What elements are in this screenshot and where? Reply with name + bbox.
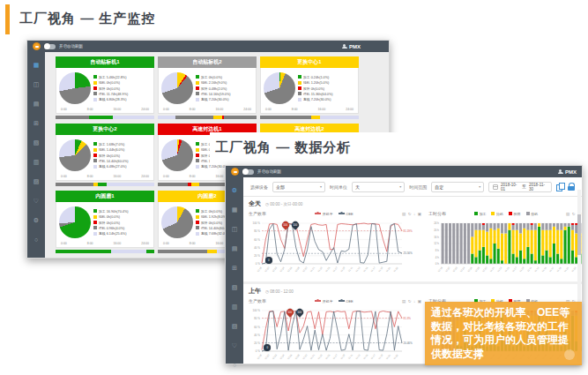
chart-legend: 开机率OEE — [270, 212, 398, 216]
svg-text:11-15: 11-15 — [541, 266, 548, 273]
app-logo-icon — [231, 168, 239, 176]
filter-bar: 选择设备全部▾时间单位天▾时间范围自定▾2018-10-01至2018-11-3… — [243, 177, 582, 197]
plan-icon[interactable]: ▥ — [33, 153, 40, 172]
state-pie-chart — [264, 72, 295, 104]
machine-status-header: 内圆磨1 — [56, 191, 154, 202]
state-pie-chart — [161, 72, 193, 104]
table-view-icon[interactable]: ▤ — [566, 212, 569, 216]
about-icon[interactable]: ○ — [34, 230, 38, 250]
settings-icon[interactable]: ⚙ — [33, 211, 39, 230]
time-axis: 0:008:0016:0024:00 — [59, 106, 151, 113]
time-tick: 24:00 — [346, 108, 354, 111]
svg-text:11-23: 11-23 — [570, 266, 577, 273]
refresh-icon[interactable]: ↻ — [408, 212, 412, 216]
filter-label: 时间范围 — [409, 184, 427, 190]
favorite-icon[interactable]: ♡ — [33, 191, 39, 211]
time-tick: 0:00 — [163, 175, 169, 178]
refresh-icon[interactable]: ↻ — [408, 299, 412, 304]
legend-text: 加工 0h(0.0%) — [201, 209, 222, 214]
legend-item: 停机 — [526, 212, 539, 216]
svg-text:11-03: 11-03 — [496, 266, 503, 273]
time-tick: 8:00 — [190, 175, 196, 178]
legend-item: 故障 — [509, 212, 521, 216]
slide-title-production: 工厂视角 — 生产监控 — [19, 11, 155, 27]
report-icon[interactable]: ▤ — [33, 94, 40, 114]
svg-text:10-20: 10-20 — [264, 266, 271, 273]
legend-label: 停机 — [531, 212, 538, 216]
svg-text:10-24: 10-24 — [279, 353, 286, 360]
user-name: PMX — [565, 169, 577, 175]
legend-text: 待机 1.20h(5.0%) — [303, 80, 329, 85]
legend-chip — [196, 226, 199, 229]
time-tick: 8:00 — [87, 108, 93, 111]
auto-refresh-toggle[interactable] — [242, 169, 254, 175]
legend-label: 开机率 — [323, 212, 333, 216]
favorite-icon[interactable]: ♡ — [232, 336, 237, 356]
export-icon[interactable] — [556, 183, 563, 191]
state-legend: 加工 1.68h(7.0%)待机 1.44h(6.0%)故障 0h(0.0%)停… — [93, 142, 151, 169]
device-icon[interactable]: ▧ — [232, 278, 238, 297]
refresh-icon[interactable]: ↻ — [572, 212, 576, 216]
user-menu[interactable]: PMX — [558, 169, 577, 175]
legend-text: 待机 2.16h(9.0%) — [201, 80, 227, 85]
legend-item: 故障 0h(0.0%) — [298, 86, 355, 91]
svg-text:10-24: 10-24 — [459, 266, 466, 273]
svg-text:11-19: 11-19 — [377, 266, 384, 273]
legend-chip — [196, 92, 199, 95]
line-chart: 生产效率开机率OEE▤↻↓▣100 %80 %60 %40 %20 %0 %10… — [249, 296, 421, 364]
report-icon[interactable]: ▤ — [232, 239, 238, 259]
files-icon[interactable]: ▨ — [232, 317, 238, 336]
svg-text:0 %: 0 % — [256, 262, 261, 266]
fullscreen-icon[interactable]: ▣ — [418, 212, 421, 216]
select-value: 天 — [355, 184, 360, 190]
plan-icon[interactable]: ▥ — [232, 297, 238, 317]
legend-chip — [298, 92, 301, 95]
svg-text:11-17: 11-17 — [369, 353, 376, 360]
table-view-icon[interactable]: ▤ — [402, 212, 406, 216]
download-icon[interactable]: ↓ — [413, 212, 415, 216]
about-icon[interactable]: ○ — [233, 356, 236, 375]
section-time-range: ◷ 08:00 - 12:00 — [265, 289, 294, 294]
dashboard-icon[interactable]: ▦ — [33, 56, 40, 75]
bar-chart: 工时分布加工待机故障停机▤↻↓▣24 h20 h16 h12 h8 h4 h0 … — [428, 209, 582, 280]
legend-text: 离线 6.80h(28.3%) — [99, 97, 126, 101]
filter-select-0[interactable]: 全部▾ — [272, 182, 325, 192]
chart-legend: 开机率OEE — [270, 299, 398, 304]
files-icon[interactable]: ▨ — [33, 172, 40, 191]
svg-text:10-26: 10-26 — [287, 266, 294, 273]
filter-select-1[interactable]: 天▾ — [352, 182, 405, 192]
time-tick: 8:00 — [87, 242, 93, 245]
svg-text:11-13: 11-13 — [354, 266, 361, 273]
table-view-icon[interactable]: ▤ — [402, 299, 406, 304]
time-tick: 24:00 — [243, 108, 251, 111]
download-icon[interactable]: ↓ — [413, 299, 415, 304]
time-tick: 0:00 — [61, 175, 67, 178]
dashboard-icon[interactable]: ▦ — [232, 200, 238, 220]
svg-text:11-23: 11-23 — [392, 353, 399, 360]
legend-chip — [196, 215, 199, 219]
legend-chip — [196, 148, 199, 152]
legend-text: 停机 11.74h(48.9%) — [99, 92, 128, 96]
lock-icon[interactable] — [568, 183, 575, 191]
svg-text:10-26: 10-26 — [466, 266, 473, 273]
device-icon[interactable]: ▧ — [33, 133, 40, 153]
time-tick: 8:00 — [190, 242, 196, 245]
user-menu[interactable]: PMX — [342, 44, 361, 49]
analysis-icon[interactable]: ⊞ — [33, 114, 39, 133]
auto-refresh-toggle[interactable] — [44, 44, 56, 49]
fullscreen-icon[interactable]: ▣ — [418, 299, 421, 304]
legend-chip — [93, 221, 97, 224]
legend-item: 停机 15.36h(64.0%) — [298, 92, 355, 96]
legend-text: 加工 5.46h(22.8%) — [99, 75, 126, 79]
svg-text:10-22: 10-22 — [272, 353, 279, 360]
date-range-input[interactable]: 2018-10-01至2018-11-30 — [488, 182, 552, 192]
monitor-icon[interactable]: ◫ — [33, 75, 40, 94]
analysis-icon[interactable]: ⊞ — [232, 259, 237, 278]
time-tick: 16:00 — [216, 242, 224, 245]
time-tick: 0:00 — [61, 108, 67, 111]
svg-text:20 h: 20 h — [434, 229, 439, 232]
scrollbar-thumb[interactable] — [577, 214, 581, 255]
filter-select-2[interactable]: 自定▾ — [431, 182, 484, 192]
monitor-icon[interactable]: ◫ — [232, 220, 238, 239]
gear-icon[interactable]: ⚙ — [232, 181, 237, 200]
